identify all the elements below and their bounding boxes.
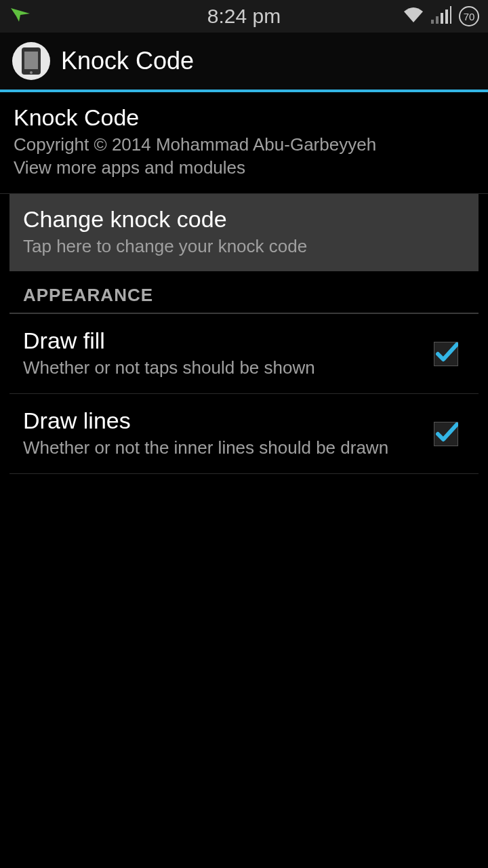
change-title: Change knock code (23, 206, 465, 233)
about-item[interactable]: Knock Code Copyright © 2014 Mohammad Abu… (0, 92, 488, 194)
status-left (8, 5, 33, 27)
change-sub: Tap here to change your knock code (23, 235, 465, 258)
app-title: Knock Code (61, 47, 194, 75)
change-knock-code-item[interactable]: Change knock code Tap here to change you… (9, 194, 479, 272)
about-more: View more apps and modules (14, 157, 474, 180)
app-bar: Knock Code (0, 33, 488, 92)
battery-value: 70 (464, 11, 475, 22)
svg-rect-3 (441, 13, 443, 24)
battery-icon: 70 (458, 5, 480, 27)
status-time: 8:24 pm (207, 5, 281, 28)
svg-rect-1 (431, 20, 434, 24)
svg-rect-5 (450, 6, 451, 24)
svg-point-9 (30, 71, 33, 74)
draw-fill-title: Draw fill (23, 328, 420, 354)
svg-rect-2 (436, 16, 439, 24)
draw-fill-checkbox[interactable] (434, 342, 458, 366)
draw-lines-item[interactable]: Draw lines Whether or not the inner line… (9, 394, 479, 474)
draw-lines-title: Draw lines (23, 408, 420, 434)
section-appearance: APPEARANCE (9, 271, 479, 314)
status-right: 70 (403, 5, 480, 27)
draw-fill-sub: Whether or not taps should be shown (23, 357, 420, 380)
svg-marker-0 (11, 8, 30, 22)
draw-lines-checkbox[interactable] (434, 422, 458, 446)
svg-rect-8 (24, 52, 38, 69)
wifi-icon (403, 6, 424, 26)
plane-icon (8, 5, 33, 27)
app-icon (12, 42, 50, 80)
draw-fill-item[interactable]: Draw fill Whether or not taps should be … (9, 314, 479, 394)
svg-rect-4 (445, 9, 448, 24)
check-icon (434, 340, 458, 368)
about-title: Knock Code (14, 104, 474, 131)
check-icon (434, 420, 458, 448)
about-copyright: Copyright © 2014 Mohammad Abu-Garbeyyeh (14, 134, 474, 157)
draw-lines-sub: Whether or not the inner lines should be… (23, 437, 420, 460)
signal-icon (431, 6, 451, 26)
status-bar: 8:24 pm 70 (0, 0, 488, 33)
